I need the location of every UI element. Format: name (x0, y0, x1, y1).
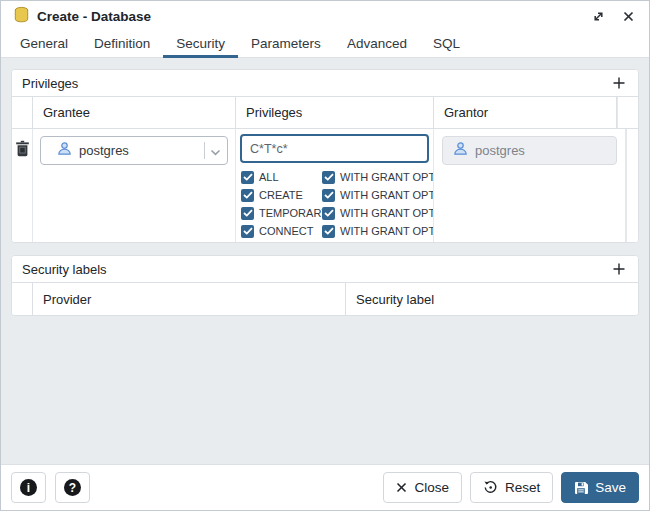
privilege-check-row: ALL WITH GRANT OPTION (241, 168, 433, 186)
grantee-cell: postgres (33, 129, 236, 242)
tabbar: General Definition Security Parameters A… (1, 31, 649, 58)
add-privilege-button[interactable] (610, 74, 628, 92)
security-labels-section: Security labels Provider Security label (11, 255, 639, 316)
titlebar: Create - Database (1, 1, 649, 31)
checkbox-create-label: CREATE (259, 189, 303, 201)
privilege-row: postgres (12, 129, 638, 242)
privileges-section-title: Privileges (22, 76, 78, 91)
grantee-value: postgres (79, 143, 204, 158)
reset-button-label: Reset (505, 480, 540, 495)
close-icon[interactable] (619, 7, 637, 25)
row-actions-cell (12, 129, 33, 242)
save-button[interactable]: Save (561, 472, 639, 503)
save-icon (574, 481, 588, 495)
privileges-section-header: Privileges (12, 70, 638, 97)
tab-definition[interactable]: Definition (81, 31, 163, 58)
role-icon (57, 141, 72, 160)
privileges-section: Privileges Grantee Privileges Grantor (11, 69, 639, 243)
close-button[interactable]: Close (383, 472, 462, 503)
tab-sql[interactable]: SQL (420, 31, 473, 58)
scrollbar-gutter (617, 97, 638, 128)
checkbox-all-grant-option[interactable] (322, 171, 335, 184)
security-labels-section-title: Security labels (22, 262, 107, 277)
privileges-cell: ALL WITH GRANT OPTION CREATE (236, 129, 434, 242)
checkbox-connect-grant-option[interactable] (322, 225, 335, 238)
privilege-check-row: TEMPORARY WITH GRANT OPTION (241, 204, 433, 222)
dialog-footer: i ? Close Reset (1, 464, 649, 510)
grantor-field: postgres (442, 136, 617, 165)
tab-advanced[interactable]: Advanced (334, 31, 420, 58)
info-icon: i (20, 479, 37, 496)
expand-icon[interactable] (589, 7, 607, 25)
delete-row-icon[interactable] (15, 140, 30, 242)
checkbox-temporary-grant-option[interactable] (322, 207, 335, 220)
security-labels-section-header: Security labels (12, 256, 638, 283)
checkbox-connect[interactable] (241, 225, 254, 238)
privilege-string-input[interactable] (240, 134, 429, 163)
checkbox-create[interactable] (241, 189, 254, 202)
checkbox-temporary[interactable] (241, 207, 254, 220)
security-labels-grid-header: Provider Security label (12, 283, 638, 315)
tab-security[interactable]: Security (163, 31, 238, 58)
grant-option-label: WITH GRANT OPTION (340, 225, 434, 237)
column-header-security-label: Security label (346, 283, 638, 315)
column-header-privileges: Privileges (236, 97, 434, 128)
checkbox-create-grant-option[interactable] (322, 189, 335, 202)
checkbox-all[interactable] (241, 171, 254, 184)
dropdown-divider (204, 142, 205, 159)
reset-button[interactable]: Reset (470, 472, 553, 503)
grantee-select[interactable]: postgres (40, 136, 228, 165)
close-button-label: Close (414, 480, 449, 495)
info-button[interactable]: i (11, 472, 46, 503)
dialog-title: Create - Database (37, 9, 151, 24)
reset-icon (483, 480, 498, 495)
close-x-icon (396, 482, 407, 493)
database-icon (13, 6, 30, 27)
add-security-label-button[interactable] (610, 260, 628, 278)
privilege-checkboxes: ALL WITH GRANT OPTION CREATE (236, 167, 433, 240)
column-header-grantor: Grantor (434, 97, 617, 128)
grant-option-label: WITH GRANT OPTION (340, 171, 434, 183)
grantor-value: postgres (475, 143, 525, 158)
tab-general[interactable]: General (7, 31, 81, 58)
tab-parameters[interactable]: Parameters (238, 31, 334, 58)
column-header-actions (12, 97, 33, 128)
grantor-cell: postgres (434, 129, 626, 242)
grant-option-label: WITH GRANT OPTION (340, 207, 434, 219)
grant-option-label: WITH GRANT OPTION (340, 189, 434, 201)
column-header-grantee: Grantee (33, 97, 236, 128)
privileges-grid-header: Grantee Privileges Grantor (12, 97, 638, 129)
create-database-dialog: Create - Database General Definition Sec… (0, 0, 650, 511)
role-icon (453, 141, 468, 160)
checkbox-connect-label: CONNECT (259, 225, 313, 237)
help-button[interactable]: ? (55, 472, 90, 503)
privilege-check-row: CREATE WITH GRANT OPTION (241, 186, 433, 204)
help-icon: ? (64, 479, 81, 496)
security-tab-panel: Privileges Grantee Privileges Grantor (1, 59, 649, 464)
checkbox-all-label: ALL (259, 171, 279, 183)
privilege-check-row: CONNECT WITH GRANT OPTION (241, 222, 433, 240)
save-button-label: Save (595, 480, 626, 495)
scrollbar-gutter (626, 129, 638, 242)
column-header-provider: Provider (33, 283, 346, 315)
checkbox-temporary-label: TEMPORARY (259, 207, 328, 219)
column-header-actions (12, 283, 33, 315)
chevron-down-icon[interactable] (210, 142, 221, 160)
